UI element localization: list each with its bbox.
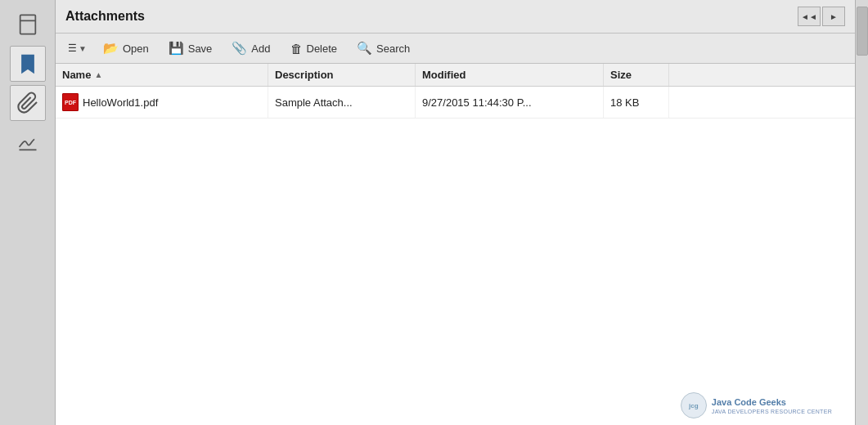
pdf-icon: PDF — [62, 93, 79, 111]
open-icon: 📂 — [103, 41, 119, 56]
header-nav-buttons: ◄◄ ► — [798, 7, 845, 26]
add-button[interactable]: 📎 Add — [223, 37, 279, 60]
add-label: Add — [251, 42, 270, 55]
save-icon: 💾 — [169, 41, 184, 56]
sidebar — [0, 0, 56, 425]
search-label: Search — [376, 42, 410, 55]
branding-footer: jcg Java Code Geeks JAVA DEVELOPERS RESO… — [681, 392, 832, 418]
branding-text: Java Code Geeks JAVA DEVELOPERS RESOURCE… — [712, 396, 832, 414]
right-scrollbar — [855, 0, 868, 425]
attachments-header: Attachments ◄◄ ► — [56, 0, 855, 34]
delete-label: Delete — [307, 42, 338, 55]
table-row[interactable]: PDF HelloWorld1.pdf Sample Attach... 9/2… — [56, 87, 855, 119]
sidebar-icon-signature[interactable] — [10, 124, 46, 160]
file-list: Name ▲ Description Modified Size PDF Hel… — [56, 64, 855, 425]
list-icon: ☰ — [68, 42, 77, 54]
file-list-header: Name ▲ Description Modified Size — [56, 64, 855, 87]
save-button[interactable]: 💾 Save — [160, 37, 222, 60]
scrollbar-track[interactable] — [856, 0, 868, 425]
column-header-name: Name ▲ — [56, 64, 268, 86]
open-label: Open — [123, 42, 149, 55]
file-description-cell: Sample Attach... — [268, 87, 416, 118]
company-name: Java Code Geeks — [712, 396, 832, 408]
list-view-button[interactable]: ☰ ▼ — [62, 38, 92, 58]
file-size-cell: 18 KB — [604, 87, 669, 118]
sidebar-icon-page[interactable] — [10, 7, 46, 42]
sidebar-icon-attachment[interactable] — [10, 85, 46, 121]
open-button[interactable]: 📂 Open — [94, 37, 158, 60]
panel-title: Attachments — [65, 9, 145, 24]
jcg-logo: jcg — [681, 392, 707, 418]
save-label: Save — [188, 42, 213, 55]
nav-back-button[interactable]: ◄◄ — [798, 7, 821, 26]
svg-rect-0 — [20, 15, 35, 34]
search-button[interactable]: 🔍 Search — [348, 37, 419, 60]
file-name-cell: PDF HelloWorld1.pdf — [56, 87, 268, 118]
column-header-description: Description — [268, 64, 416, 86]
company-tagline: JAVA DEVELOPERS RESOURCE CENTER — [712, 409, 832, 414]
file-modified-cell: 9/27/2015 11:44:30 P... — [416, 87, 604, 118]
sort-arrow-name: ▲ — [94, 70, 102, 79]
column-header-modified: Modified — [416, 64, 604, 86]
search-icon: 🔍 — [357, 41, 372, 56]
sidebar-icon-bookmark[interactable] — [10, 46, 46, 82]
nav-forward-button[interactable]: ► — [822, 7, 845, 26]
delete-icon: 🗑 — [290, 42, 303, 56]
delete-button[interactable]: 🗑 Delete — [281, 38, 347, 60]
column-header-size: Size — [604, 64, 669, 86]
dropdown-arrow-icon: ▼ — [79, 44, 87, 53]
scrollbar-thumb[interactable] — [857, 7, 868, 56]
add-icon: 📎 — [232, 41, 247, 56]
main-panel: Attachments ◄◄ ► ☰ ▼ 📂 Open 💾 Save 📎 Add… — [56, 0, 855, 425]
toolbar: ☰ ▼ 📂 Open 💾 Save 📎 Add 🗑 Delete 🔍 Searc… — [56, 34, 855, 64]
